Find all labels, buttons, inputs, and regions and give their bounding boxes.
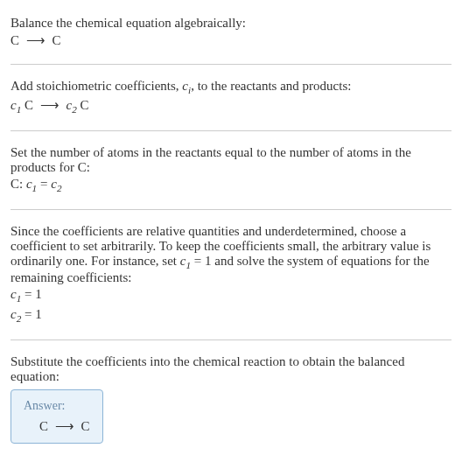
atom-balance-equation: C: c1 = c2 (10, 175, 452, 195)
var-c1: c (10, 98, 17, 112)
var-c: c (182, 79, 188, 93)
section-atom-balance: Set the number of atoms in the reactants… (10, 136, 452, 204)
answer-label: Answer: (24, 399, 90, 413)
answer-box: Answer: C ⟶ C (10, 389, 103, 444)
text-part: , to the reactants and products: (191, 79, 351, 93)
value: = 1 (21, 287, 41, 301)
eq-rhs: C (52, 33, 61, 47)
arrow-icon: ⟶ (26, 32, 46, 48)
value: = 1 (21, 307, 41, 321)
coeff-equation: c1 C ⟶ c2 C (10, 95, 452, 116)
divider (10, 64, 452, 65)
balance-instruction: Balance the chemical equation algebraica… (10, 16, 452, 31)
text-part: Add stoichiometric coefficients, (10, 79, 182, 93)
section-answer: Substitute the coefficients into the che… (10, 346, 452, 452)
solution-c1: c1 = 1 (10, 285, 452, 305)
atom-balance-text: Set the number of atoms in the reactants… (10, 145, 452, 175)
solution-c2: c2 = 1 (10, 305, 452, 326)
var-c2: c (10, 307, 17, 321)
solve-text: Since the coefficients are relative quan… (10, 224, 452, 285)
balanced-equation: C ⟶ C (24, 418, 90, 434)
sub-2: 2 (57, 183, 62, 193)
add-coeff-text: Add stoichiometric coefficients, ci, to … (10, 79, 452, 95)
eq-lhs: C (10, 33, 19, 47)
divider (10, 209, 452, 210)
species-c: C (21, 98, 37, 112)
divider (10, 130, 452, 131)
var-c2: c (51, 177, 57, 191)
arrow-icon: ⟶ (55, 418, 74, 434)
substitute-text: Substitute the coefficients into the che… (10, 354, 452, 384)
divider (10, 340, 452, 340)
eq-rhs: C (81, 419, 90, 433)
section-balance-header: Balance the chemical equation algebraica… (10, 7, 452, 59)
element-label: C: (10, 177, 26, 191)
equals: = (37, 177, 51, 191)
section-solve: Since the coefficients are relative quan… (10, 215, 452, 334)
unbalanced-equation: C ⟶ C (10, 31, 452, 50)
arrow-icon: ⟶ (40, 97, 60, 113)
section-add-coefficients: Add stoichiometric coefficients, ci, to … (10, 70, 452, 125)
var-c1: c (10, 287, 17, 301)
species-c: C (77, 98, 89, 112)
var-c1: c (26, 177, 32, 191)
eq-lhs: C (39, 419, 48, 433)
